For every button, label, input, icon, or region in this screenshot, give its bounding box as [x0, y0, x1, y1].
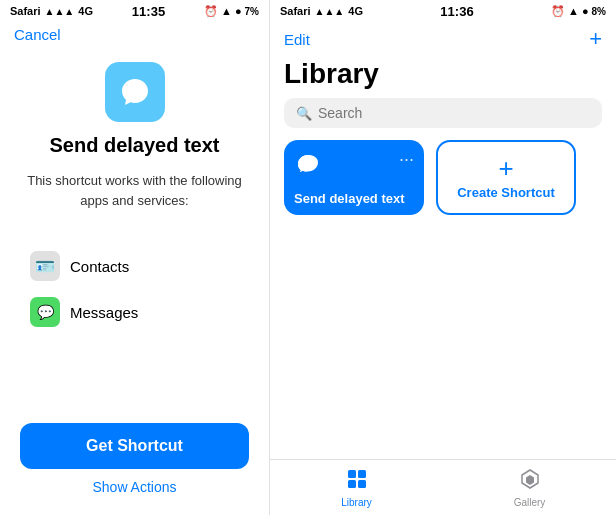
wifi-icon-right: ● — [582, 5, 589, 17]
tab-bar: Library Gallery — [270, 459, 616, 515]
status-icons-left: ⏰ ▲ ● 7% — [204, 5, 259, 18]
app-item-contacts: 🪪 Contacts — [30, 251, 239, 281]
time-left: 11:35 — [132, 4, 165, 19]
apps-list: 🪪 Contacts 💬 Messages — [20, 251, 249, 327]
left-nav: Cancel — [0, 22, 269, 52]
svg-rect-0 — [348, 470, 356, 478]
shortcut-app-icon — [105, 62, 165, 122]
library-tab-label: Library — [341, 497, 372, 508]
card-more-icon[interactable]: ··· — [399, 150, 414, 168]
svg-rect-1 — [358, 470, 366, 478]
shortcut-card-send-delayed[interactable]: ··· Send delayed text — [284, 140, 424, 215]
gallery-tab-label: Gallery — [514, 497, 546, 508]
safari-label-right: Safari — [280, 5, 311, 17]
create-shortcut-card[interactable]: + Create Shortcut — [436, 140, 576, 215]
shortcut-title: Send delayed text — [49, 134, 219, 157]
status-bar-left: Safari ▲▲▲ 4G 11:35 ⏰ ▲ ● 7% — [0, 0, 269, 22]
status-icons-right: ⏰ ▲ ● 8% — [551, 5, 606, 18]
location-icon-right: ▲ — [568, 5, 579, 17]
battery-left: 7% — [245, 6, 259, 17]
search-input[interactable] — [318, 105, 590, 121]
card-top: ··· — [294, 150, 414, 178]
show-actions-button[interactable]: Show Actions — [92, 479, 176, 495]
cancel-button[interactable]: Cancel — [14, 26, 61, 43]
status-bar-right: Safari ▲▲▲ 4G 11:36 ⏰ ▲ ● 8% — [270, 0, 616, 22]
location-icon-left: ▲ — [221, 5, 232, 17]
edit-button[interactable]: Edit — [284, 31, 310, 48]
messages-label: Messages — [70, 304, 138, 321]
search-icon: 🔍 — [296, 106, 312, 121]
svg-rect-2 — [348, 480, 356, 488]
time-right: 11:36 — [440, 4, 473, 19]
signal-left: ▲▲▲ — [45, 6, 75, 17]
card-name: Send delayed text — [294, 191, 414, 207]
app-item-messages: 💬 Messages — [30, 297, 239, 327]
library-title: Library — [270, 56, 616, 98]
gallery-tab-icon — [519, 468, 541, 495]
left-content: Send delayed text This shortcut works wi… — [0, 52, 269, 407]
library-tab-icon — [346, 468, 368, 495]
alarm-icon-left: ⏰ — [204, 5, 218, 18]
messages-icon: 💬 — [30, 297, 60, 327]
tab-library[interactable]: Library — [270, 460, 443, 515]
left-panel: Safari ▲▲▲ 4G 11:35 ⏰ ▲ ● 7% Cancel Send… — [0, 0, 270, 515]
shortcut-description: This shortcut works with the following a… — [20, 171, 249, 210]
get-shortcut-button[interactable]: Get Shortcut — [20, 423, 249, 469]
right-panel: Safari ▲▲▲ 4G 11:36 ⏰ ▲ ● 8% Edit + Libr… — [270, 0, 616, 515]
message-icon-svg — [297, 153, 319, 175]
network-left: 4G — [78, 5, 93, 17]
right-nav: Edit + — [270, 22, 616, 56]
card-message-icon — [294, 150, 322, 178]
shortcuts-grid: ··· Send delayed text + Create Shortcut — [270, 140, 616, 215]
search-bar[interactable]: 🔍 — [284, 98, 602, 128]
carrier-right: Safari ▲▲▲ 4G — [280, 5, 363, 17]
left-bottom: Get Shortcut Show Actions — [0, 407, 269, 515]
alarm-icon-right: ⏰ — [551, 5, 565, 18]
tab-gallery[interactable]: Gallery — [443, 460, 616, 515]
safari-label-left: Safari — [10, 5, 41, 17]
contacts-icon: 🪪 — [30, 251, 60, 281]
wifi-icon-left: ● — [235, 5, 242, 17]
carrier-left: Safari ▲▲▲ 4G — [10, 5, 93, 17]
battery-right: 8% — [592, 6, 606, 17]
svg-rect-3 — [358, 480, 366, 488]
signal-right: ▲▲▲ — [315, 6, 345, 17]
network-right: 4G — [348, 5, 363, 17]
contacts-label: Contacts — [70, 258, 129, 275]
create-shortcut-label: Create Shortcut — [457, 185, 555, 200]
create-plus-icon: + — [498, 155, 513, 181]
message-bubble-icon — [118, 75, 152, 109]
plus-button[interactable]: + — [589, 26, 602, 52]
